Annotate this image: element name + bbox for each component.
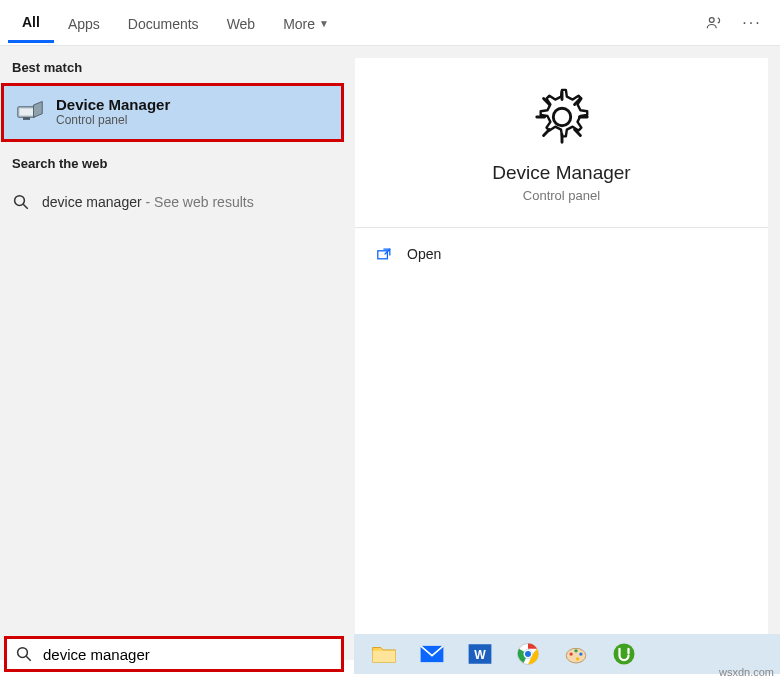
- chevron-down-icon: ▼: [319, 18, 329, 29]
- web-result-text: device manager - See web results: [42, 194, 254, 210]
- svg-point-16: [524, 650, 532, 658]
- device-manager-icon: [16, 98, 44, 126]
- svg-line-9: [26, 656, 31, 661]
- tab-apps[interactable]: Apps: [54, 4, 114, 42]
- svg-point-19: [574, 649, 577, 652]
- svg-text:W: W: [474, 648, 486, 662]
- chrome-icon[interactable]: [514, 640, 542, 668]
- svg-point-6: [553, 108, 570, 125]
- svg-line-5: [23, 204, 28, 209]
- web-result[interactable]: device manager - See web results: [0, 179, 345, 225]
- best-match-subtitle: Control panel: [56, 113, 170, 127]
- preview-subtitle: Control panel: [355, 188, 768, 203]
- preview-card: Device Manager Control panel Open: [355, 58, 768, 648]
- watermark: wsxdn.com: [719, 666, 774, 678]
- search-box[interactable]: [4, 636, 344, 672]
- best-match-result[interactable]: Device Manager Control panel: [1, 83, 344, 142]
- file-explorer-icon[interactable]: [370, 640, 398, 668]
- preview-title: Device Manager: [355, 162, 768, 184]
- open-action[interactable]: Open: [355, 228, 768, 280]
- svg-rect-10: [373, 651, 396, 662]
- search-icon: [15, 645, 33, 663]
- taskbar: W: [354, 634, 780, 674]
- best-match-header: Best match: [0, 46, 345, 83]
- mail-icon[interactable]: [418, 640, 446, 668]
- open-icon: [377, 247, 393, 261]
- paint-icon[interactable]: [562, 640, 590, 668]
- web-query: device manager: [42, 194, 142, 210]
- best-match-title: Device Manager: [56, 96, 170, 113]
- svg-point-8: [18, 648, 28, 658]
- tab-more[interactable]: More ▼: [269, 4, 343, 42]
- svg-rect-2: [20, 108, 34, 115]
- svg-point-18: [570, 652, 573, 655]
- web-suffix: - See web results: [142, 194, 254, 210]
- main-area: Best match Device Manager Control panel …: [0, 46, 780, 660]
- svg-rect-7: [378, 251, 388, 259]
- best-match-text: Device Manager Control panel: [56, 96, 170, 127]
- svg-point-0: [709, 17, 714, 22]
- svg-point-4: [15, 196, 25, 206]
- options-icon[interactable]: ···: [742, 13, 762, 33]
- word-icon[interactable]: W: [466, 640, 494, 668]
- svg-point-22: [614, 644, 635, 665]
- open-label: Open: [407, 246, 441, 262]
- search-icon: [12, 193, 30, 211]
- bottom-bar: W: [0, 634, 780, 674]
- svg-point-20: [579, 652, 582, 655]
- tab-web[interactable]: Web: [213, 4, 270, 42]
- tab-all[interactable]: All: [8, 2, 54, 43]
- tab-more-label: More: [283, 16, 315, 32]
- preview-header: Device Manager Control panel: [355, 58, 768, 228]
- preview-panel: Device Manager Control panel Open: [345, 46, 780, 660]
- svg-rect-3: [23, 117, 30, 120]
- gear-icon: [531, 86, 593, 148]
- tab-documents[interactable]: Documents: [114, 4, 213, 42]
- utorrent-icon[interactable]: [610, 640, 638, 668]
- feedback-icon[interactable]: [704, 13, 724, 33]
- search-input[interactable]: [43, 646, 333, 663]
- search-web-header: Search the web: [0, 142, 345, 179]
- results-panel: Best match Device Manager Control panel …: [0, 46, 345, 660]
- svg-point-21: [576, 657, 579, 660]
- search-tabs: All Apps Documents Web More ▼ ···: [0, 0, 780, 46]
